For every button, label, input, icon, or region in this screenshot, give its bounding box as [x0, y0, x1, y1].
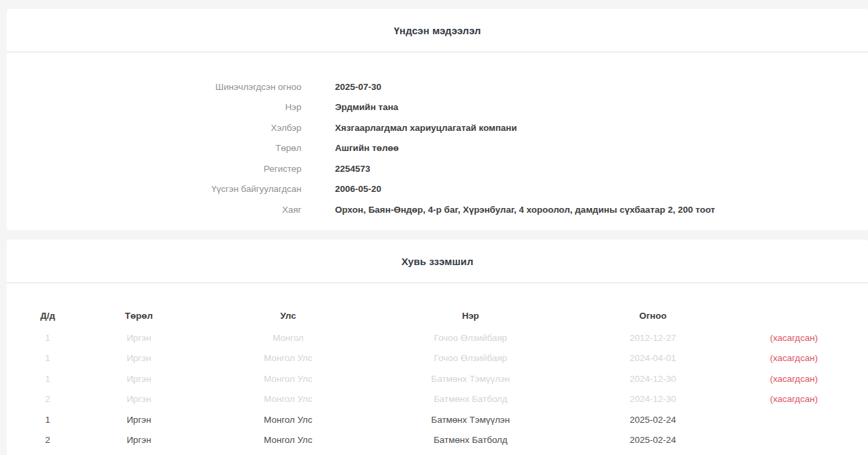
cell-number: 1: [23, 415, 73, 425]
shareholders-card: Хувь ззэмшил Д/дТөрөлУлсНэрОгноо 1 Иргэн…: [7, 240, 868, 455]
basic-info-rows: Шинэчлэгдсэн огноо 2025-07-30 Нэр Эрдмий…: [7, 52, 868, 220]
cell-removed-note: (хасагдсан): [736, 333, 852, 343]
info-row: Хэлбэр Хязгаарлагдмал хариуцлагатай комп…: [23, 117, 852, 138]
info-value: Хязгаарлагдмал хариуцлагатай компани: [335, 123, 517, 133]
cell-country: Монгол Улс: [205, 415, 371, 425]
cell-country: Монгол Улс: [205, 435, 371, 445]
cell-type: Иргэн: [73, 415, 205, 425]
info-row: Үүсгэн байгуулагдсан 2006-05-20: [23, 179, 852, 200]
cell-type: Иргэн: [73, 435, 205, 445]
header-cell: Төрөл: [73, 311, 205, 321]
header-cell: Д/д: [23, 311, 73, 321]
table-body: 1 Иргэн Монгол Гочоо Өлзийбаяр 2012-12-2…: [23, 327, 852, 450]
cell-date: 2024-04-01: [570, 353, 736, 363]
cell-date: 2025-02-24: [570, 415, 736, 425]
cell-country: Монгол Улс: [205, 353, 371, 363]
info-row: Нэр Эрдмийн тана: [23, 97, 852, 118]
info-row: Регистер 2254573: [23, 158, 852, 179]
shareholders-title: Хувь ззэмшил: [7, 240, 868, 283]
shareholders-table: Д/дТөрөлУлсНэрОгноо 1 Иргэн Монгол Гочоо…: [7, 283, 868, 450]
table-row: 2 Иргэн Монгол Улс Батмөнх Батболд 2025-…: [23, 430, 852, 451]
cell-number: 1: [23, 333, 73, 343]
info-label: Хэлбэр: [23, 123, 301, 133]
info-value: Эрдмийн тана: [335, 102, 398, 112]
cell-name: Батмөнх Тэмүүлэн: [371, 374, 570, 384]
cell-type: Иргэн: [73, 333, 205, 343]
cell-number: 2: [23, 394, 73, 404]
info-row: Хаяг Орхон, Баян-Өндөр, 4-р баг, Хүрэнбу…: [23, 199, 852, 220]
info-label: Нэр: [23, 102, 301, 112]
table-row: 2 Иргэн Монгол Улс Батмөнх Батболд 2024-…: [23, 389, 852, 410]
cell-date: 2024-12-30: [570, 394, 736, 404]
cell-date: 2024-12-30: [570, 374, 736, 384]
info-value: Ашгийн төлөө: [335, 143, 399, 153]
info-value: Орхон, Баян-Өндөр, 4-р баг, Хүрэнбулаг, …: [335, 205, 715, 215]
cell-date: 2025-02-24: [570, 435, 736, 445]
info-label: Төрөл: [23, 143, 301, 153]
info-row: Шинэчлэгдсэн огноо 2025-07-30: [23, 77, 852, 97]
info-value: 2254573: [335, 164, 371, 174]
cell-name: Гочоо Өлзийбаяр: [371, 353, 570, 363]
info-label: Үүсгэн байгуулагдсан: [23, 184, 301, 194]
cell-type: Иргэн: [73, 394, 205, 404]
table-row: 1 Иргэн Монгол Гочоо Өлзийбаяр 2012-12-2…: [23, 327, 852, 348]
table-row: 1 Иргэн Монгол Улс Батмөнх Тэмүүлэн 2024…: [23, 368, 852, 389]
info-row: Төрөл Ашгийн төлөө: [23, 138, 852, 159]
cell-removed-note: (хасагдсан): [736, 374, 852, 384]
cell-number: 2: [23, 435, 73, 445]
cell-country: Монгол: [205, 333, 371, 343]
table-row: 1 Иргэн Монгол Улс Гочоо Өлзийбаяр 2024-…: [23, 348, 852, 369]
cell-name: Батмөнх Батболд: [371, 435, 570, 445]
table-row: 1 Иргэн Монгол Улс Батмөнх Тэмүүлэн 2025…: [23, 409, 852, 430]
cell-removed-note: (хасагдсан): [736, 353, 852, 363]
cell-date: 2012-12-27: [570, 333, 736, 343]
page: Үндсэн мэдээлэл Шинэчлэгдсэн огноо 2025-…: [0, 9, 868, 455]
cell-type: Иргэн: [73, 353, 205, 363]
info-label: Шинэчлэгдсэн огноо: [23, 82, 301, 92]
info-value: 2025-07-30: [335, 82, 381, 92]
cell-name: Батмөнх Тэмүүлэн: [371, 415, 570, 425]
header-cell: Огноо: [570, 311, 736, 321]
cell-number: 1: [23, 353, 73, 363]
cell-number: 1: [23, 374, 73, 384]
cell-name: Батмөнх Батболд: [371, 394, 570, 404]
info-label: Регистер: [23, 164, 301, 174]
cell-country: Монгол Улс: [205, 394, 371, 404]
info-label: Хаяг: [23, 205, 301, 215]
cell-name: Гочоо Өлзийбаяр: [371, 333, 570, 343]
table-header-row: Д/дТөрөлУлсНэрОгноо: [23, 303, 852, 327]
header-cell: Улс: [205, 311, 371, 321]
header-cell: Нэр: [371, 311, 570, 321]
basic-info-title: Үндсэн мэдээлэл: [7, 9, 868, 52]
info-value: 2006-05-20: [335, 184, 381, 194]
basic-info-card: Үндсэн мэдээлэл Шинэчлэгдсэн огноо 2025-…: [7, 9, 868, 230]
cell-removed-note: (хасагдсан): [736, 394, 852, 404]
cell-country: Монгол Улс: [205, 374, 371, 384]
cell-type: Иргэн: [73, 374, 205, 384]
